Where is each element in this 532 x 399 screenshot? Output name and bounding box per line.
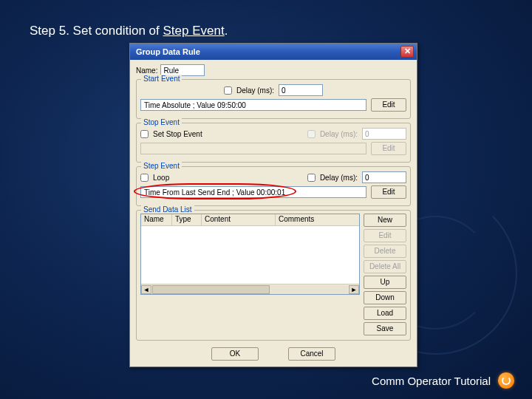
- table-header: Name Type Content Comments: [141, 214, 359, 226]
- start-event-title: Start Event: [141, 75, 182, 83]
- start-delay-input[interactable]: [279, 84, 323, 96]
- ok-button[interactable]: OK: [211, 347, 259, 361]
- stop-event-value: [140, 143, 366, 154]
- edit-button: Edit: [364, 229, 406, 242]
- new-button[interactable]: New: [364, 214, 406, 227]
- col-content: Content: [202, 214, 276, 225]
- load-button[interactable]: Load: [364, 307, 406, 320]
- close-button[interactable]: ✕: [400, 46, 414, 58]
- step-event-value: Time From Last Send End ; Value 00:00:01: [140, 186, 366, 198]
- stop-event-group: Stop Event Set Stop Event Delay (ms): Ed…: [136, 123, 411, 163]
- send-data-table[interactable]: Name Type Content Comments ◄ ►: [140, 214, 360, 295]
- start-event-edit-button[interactable]: Edit: [371, 98, 406, 112]
- scroll-right-icon[interactable]: ►: [349, 285, 359, 294]
- step-event-title: Step Event: [141, 162, 182, 170]
- send-data-list-title: Send Data List: [141, 205, 194, 214]
- step-delay-input[interactable]: [362, 171, 406, 183]
- col-comments: Comments: [276, 214, 359, 225]
- footer-text: Comm Operator Tutorial: [372, 375, 491, 387]
- loop-label: Loop: [153, 174, 169, 182]
- window-title: Group Data Rule: [136, 47, 200, 56]
- name-label: Name:: [136, 66, 157, 75]
- instruction-text: Step 5. Set condition of Step Event.: [30, 24, 228, 38]
- step-event-edit-button[interactable]: Edit: [371, 185, 406, 199]
- h-scrollbar[interactable]: ◄ ►: [141, 284, 359, 294]
- cancel-button[interactable]: Cancel: [288, 347, 335, 361]
- save-button[interactable]: Save: [364, 322, 406, 335]
- set-stop-event-checkbox[interactable]: [140, 130, 149, 138]
- logo-icon: [498, 372, 514, 389]
- set-stop-event-label: Set Stop Event: [153, 130, 202, 138]
- stop-delay-checkbox: [307, 130, 316, 138]
- send-data-list-group: Send Data List Name Type Content Comment…: [136, 210, 411, 341]
- step-event-group: Step Event Loop Delay (ms): Time From La…: [136, 166, 411, 206]
- col-type: Type: [172, 214, 202, 225]
- start-event-group: Start Event Delay (ms): Time Absolute ; …: [136, 79, 411, 119]
- stop-delay-input: [362, 128, 406, 140]
- start-event-value: Time Absolute ; Value 09:50:00: [140, 99, 366, 111]
- down-button[interactable]: Down: [364, 291, 406, 304]
- start-delay-checkbox[interactable]: [224, 86, 232, 95]
- up-button[interactable]: Up: [364, 276, 406, 289]
- stop-event-title: Stop Event: [141, 118, 182, 126]
- step-delay-label: Delay (ms):: [320, 174, 358, 182]
- col-name: Name: [141, 214, 172, 225]
- stop-event-edit-button: Edit: [371, 142, 406, 155]
- footer: Comm Operator Tutorial: [372, 372, 514, 389]
- loop-checkbox[interactable]: [140, 174, 149, 182]
- titlebar: Group Data Rule ✕: [130, 44, 417, 60]
- step-delay-checkbox[interactable]: [307, 174, 316, 182]
- stop-delay-label: Delay (ms):: [320, 130, 358, 138]
- start-delay-label: Delay (ms):: [236, 86, 274, 95]
- delete-all-button: Delete All: [364, 260, 406, 273]
- delete-button: Delete: [364, 245, 406, 258]
- group-data-rule-dialog: Group Data Rule ✕ Name: Start Event Dela…: [129, 43, 417, 367]
- scroll-left-icon[interactable]: ◄: [141, 285, 151, 294]
